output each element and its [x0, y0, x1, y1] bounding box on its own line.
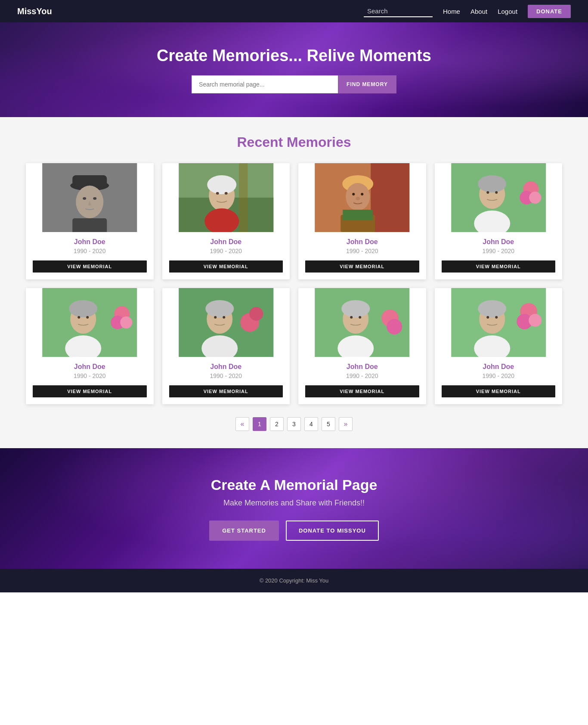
svg-point-63 [529, 314, 542, 327]
memorial-card: John Doe 1990 - 2020 VIEW MEMORIAL [26, 163, 154, 279]
card-body: John Doe 1990 - 2020 VIEW MEMORIAL [298, 357, 426, 404]
svg-point-28 [529, 192, 541, 204]
card-body: John Doe 1990 - 2020 VIEW MEMORIAL [435, 357, 563, 404]
find-memory-button[interactable]: FIND MEMORY [338, 75, 396, 93]
card-name: John Doe [33, 238, 147, 246]
svg-point-21 [361, 193, 363, 195]
card-name: John Doe [33, 363, 147, 371]
view-memorial-button[interactable]: VIEW MEMORIAL [305, 385, 419, 397]
view-memorial-button[interactable]: VIEW MEMORIAL [305, 260, 419, 273]
svg-point-54 [387, 319, 402, 335]
footer: © 2020 Copyright: Miss You [0, 569, 588, 592]
nav-logout-link[interactable]: Logout [498, 8, 517, 15]
svg-point-50 [223, 316, 225, 319]
svg-point-40 [77, 316, 80, 319]
nav-about-link[interactable]: About [470, 8, 487, 15]
card-years: 1990 - 2020 [169, 248, 283, 254]
pagination-prev[interactable]: « [235, 417, 249, 431]
svg-point-49 [214, 316, 217, 319]
card-photo [162, 288, 290, 357]
card-years: 1990 - 2020 [305, 372, 419, 379]
card-years: 1990 - 2020 [442, 248, 556, 254]
svg-point-13 [216, 192, 219, 195]
svg-point-37 [120, 316, 132, 328]
svg-point-32 [495, 191, 498, 194]
hero-section: Create Memories... Relive Moments FIND M… [0, 22, 588, 117]
view-memorial-button[interactable]: VIEW MEMORIAL [442, 385, 556, 397]
card-name: John Doe [442, 238, 556, 246]
card-photo [26, 163, 154, 232]
view-memorial-button[interactable]: VIEW MEMORIAL [33, 385, 147, 397]
card-name: John Doe [169, 363, 283, 371]
memorial-card: John Doe 1990 - 2020 VIEW MEMORIAL [298, 163, 426, 279]
card-years: 1990 - 2020 [33, 372, 147, 379]
svg-point-58 [359, 316, 361, 319]
card-photo [162, 163, 290, 232]
cards-grid-row2: John Doe 1990 - 2020 VIEW MEMORIAL John … [26, 288, 562, 404]
pagination-page-3[interactable]: 3 [287, 417, 301, 431]
svg-point-39 [69, 300, 97, 317]
svg-point-6 [93, 197, 96, 200]
view-memorial-button[interactable]: VIEW MEMORIAL [442, 260, 556, 273]
memorial-card: John Doe 1990 - 2020 VIEW MEMORIAL [435, 163, 563, 279]
pagination-page-5[interactable]: 5 [322, 417, 335, 431]
svg-point-48 [205, 300, 234, 317]
nav-home-link[interactable]: Home [443, 8, 460, 15]
memorial-card: John Doe 1990 - 2020 VIEW MEMORIAL [298, 288, 426, 404]
view-memorial-button[interactable]: VIEW MEMORIAL [169, 260, 283, 273]
pagination-page-1[interactable]: 1 [253, 417, 266, 431]
svg-point-46 [249, 307, 263, 321]
svg-point-20 [352, 193, 355, 195]
card-name: John Doe [305, 238, 419, 246]
view-memorial-button[interactable]: VIEW MEMORIAL [33, 260, 147, 273]
svg-point-41 [86, 316, 89, 319]
hero-search-input[interactable] [192, 75, 338, 93]
svg-point-31 [486, 191, 489, 194]
svg-rect-17 [371, 163, 409, 232]
svg-point-66 [486, 316, 489, 319]
card-photo [435, 288, 563, 357]
card-photo [298, 288, 426, 357]
cards-grid-row1: John Doe 1990 - 2020 VIEW MEMORIAL [26, 163, 562, 279]
card-years: 1990 - 2020 [442, 372, 556, 379]
view-memorial-button[interactable]: VIEW MEMORIAL [169, 385, 283, 397]
card-name: John Doe [305, 363, 419, 371]
card-body: John Doe 1990 - 2020 VIEW MEMORIAL [162, 357, 290, 404]
cta-section: Create A Memorial Page Make Memories and… [0, 448, 588, 569]
get-started-button[interactable]: GET STARTED [209, 521, 279, 541]
card-body: John Doe 1990 - 2020 VIEW MEMORIAL [26, 232, 154, 279]
svg-point-67 [495, 316, 498, 319]
svg-point-65 [478, 300, 506, 317]
recent-memories-title: Recent Memories [26, 134, 562, 150]
hero-title: Create Memories... Relive Moments [157, 46, 431, 65]
nav-search-container [364, 6, 433, 17]
navbar: MissYou Home About Logout DONATE [0, 0, 588, 22]
cta-title: Create A Memorial Page [211, 477, 378, 493]
memorial-card: John Doe 1990 - 2020 VIEW MEMORIAL [162, 163, 290, 279]
cta-subtitle: Make Memories and Share with Friends!! [223, 499, 365, 508]
svg-point-12 [207, 175, 236, 194]
pagination-page-4[interactable]: 4 [304, 417, 318, 431]
recent-memories-section: Recent Memories [0, 117, 588, 448]
donate-to-missyou-button[interactable]: DONATE TO MISSYOU [286, 521, 379, 541]
pagination-next[interactable]: » [339, 417, 353, 431]
svg-rect-24 [343, 210, 373, 220]
svg-rect-10 [239, 163, 248, 232]
card-photo [298, 163, 426, 232]
svg-rect-7 [72, 218, 107, 232]
card-body: John Doe 1990 - 2020 VIEW MEMORIAL [298, 232, 426, 279]
svg-point-22 [356, 197, 360, 200]
svg-point-56 [341, 300, 370, 317]
card-years: 1990 - 2020 [169, 372, 283, 379]
svg-point-5 [83, 197, 86, 200]
card-body: John Doe 1990 - 2020 VIEW MEMORIAL [162, 232, 290, 279]
pagination-page-2[interactable]: 2 [270, 417, 284, 431]
card-years: 1990 - 2020 [305, 248, 419, 254]
nav-donate-button[interactable]: DONATE [528, 5, 571, 18]
hero-search-row: FIND MEMORY [192, 75, 396, 93]
memorial-card: John Doe 1990 - 2020 VIEW MEMORIAL [435, 288, 563, 404]
memorial-card: John Doe 1990 - 2020 VIEW MEMORIAL [26, 288, 154, 404]
card-years: 1990 - 2020 [33, 248, 147, 254]
nav-search-input[interactable] [364, 6, 433, 17]
svg-point-57 [350, 316, 353, 319]
